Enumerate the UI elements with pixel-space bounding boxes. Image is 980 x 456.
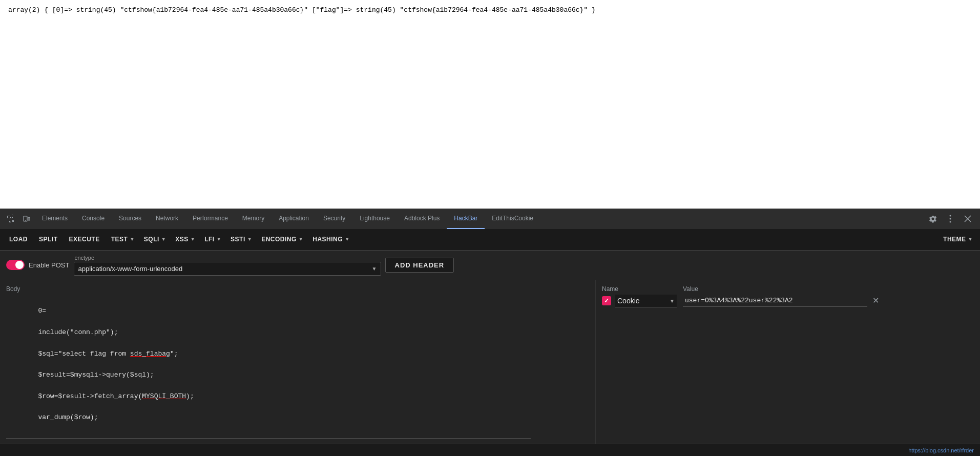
more-options-icon[interactable]: [942, 211, 958, 220]
page-content-area: array(2) { [0]=> string(45) "ctfshow{a1b…: [0, 0, 980, 220]
tab-console[interactable]: Console: [75, 209, 112, 220]
tab-memory[interactable]: Memory: [235, 209, 272, 220]
svg-rect-1: [28, 217, 30, 220]
tab-elements[interactable]: Elements: [35, 209, 75, 220]
tab-application[interactable]: Application: [272, 209, 316, 220]
close-devtools-icon[interactable]: [960, 211, 976, 220]
devtools-panel: Elements Console Sources Network Perform…: [0, 209, 980, 220]
tab-hackbar[interactable]: HackBar: [447, 209, 485, 220]
svg-point-3: [950, 215, 951, 217]
tab-sources[interactable]: Sources: [112, 209, 149, 220]
svg-rect-0: [24, 216, 27, 220]
tab-performance[interactable]: Performance: [185, 209, 235, 220]
page-output-text: array(2) { [0]=> string(45) "ctfshow{a1b…: [8, 6, 596, 14]
tab-lighthouse[interactable]: Lighthouse: [352, 209, 397, 220]
tab-editthiscookie[interactable]: EditThisCookie: [485, 209, 540, 220]
device-toolbar-icon[interactable]: [18, 211, 35, 220]
settings-icon[interactable]: [925, 211, 941, 220]
tab-network[interactable]: Network: [149, 209, 185, 220]
svg-point-4: [950, 218, 951, 220]
devtools-tabbar: Elements Console Sources Network Perform…: [0, 209, 980, 220]
tab-security[interactable]: Security: [316, 209, 352, 220]
tab-adblock-plus[interactable]: Adblock Plus: [397, 209, 447, 220]
inspect-element-icon[interactable]: [2, 211, 18, 220]
devtools-right-icons: [925, 211, 976, 220]
